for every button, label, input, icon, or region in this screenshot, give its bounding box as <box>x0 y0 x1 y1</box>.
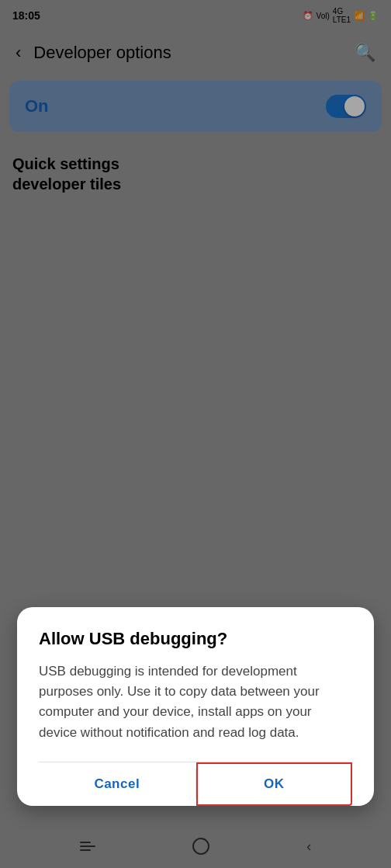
cancel-button[interactable]: Cancel <box>39 762 196 806</box>
ok-button[interactable]: OK <box>196 762 353 806</box>
dialog-title: Allow USB debugging? <box>39 629 352 649</box>
dialog-body: USB debugging is intended for developmen… <box>39 661 352 743</box>
dialog-overlay: Allow USB debugging? USB debugging is in… <box>0 0 391 868</box>
dialog-buttons: Cancel OK <box>39 762 352 806</box>
usb-debugging-dialog: Allow USB debugging? USB debugging is in… <box>17 607 374 806</box>
